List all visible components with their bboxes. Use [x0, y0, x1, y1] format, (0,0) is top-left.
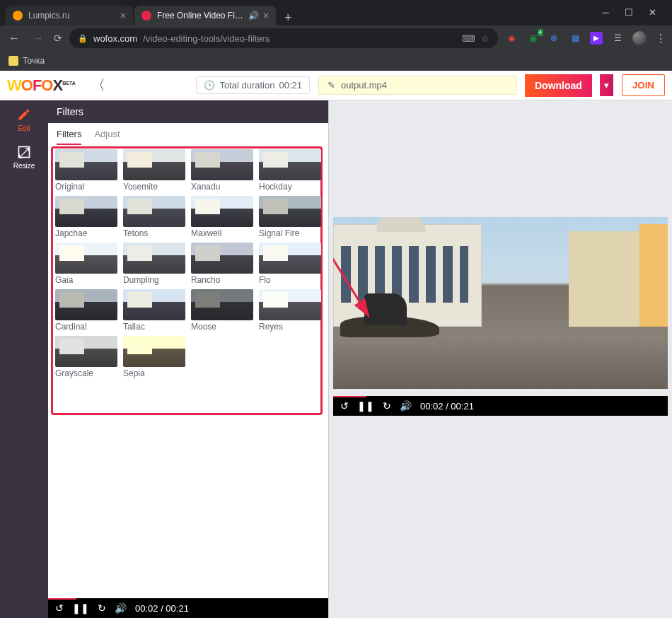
filter-hockday[interactable]: Hockday: [259, 149, 321, 192]
filter-gaia[interactable]: Gaia: [55, 243, 117, 285]
filter-thumbnail: [123, 243, 185, 274]
menu-icon[interactable]: ⋮: [655, 32, 666, 45]
tool-edit[interactable]: Edit: [17, 107, 31, 132]
filter-thumbnail: [55, 243, 117, 274]
filter-moose[interactable]: Moose: [191, 289, 253, 332]
forward-icon[interactable]: ↻: [383, 400, 391, 412]
bookmarks-bar: Точка: [0, 51, 672, 71]
download-button[interactable]: Download: [525, 74, 592, 97]
filter-thumbnail: [55, 289, 117, 320]
filter-label: Dumpling: [123, 275, 185, 285]
filter-rancho[interactable]: Rancho: [191, 243, 253, 285]
filter-grayscale[interactable]: Grayscale: [55, 336, 117, 378]
rewind-icon[interactable]: ↺: [55, 602, 64, 614]
url-input[interactable]: 🔒 wofox.com/video-editing-tools/video-fi…: [69, 28, 498, 48]
wofox-logo[interactable]: WOFOXBETA: [7, 76, 76, 95]
filter-label: Tetons: [123, 228, 185, 238]
translate-icon[interactable]: ⌨: [462, 33, 475, 44]
filter-thumbnail: [123, 336, 185, 367]
volume-icon[interactable]: 🔊: [115, 602, 127, 614]
filter-thumbnail: [259, 196, 321, 227]
filter-thumbnail: [259, 149, 321, 180]
filter-maxwell[interactable]: Maxwell: [191, 196, 253, 238]
filter-cardinal[interactable]: Cardinal: [55, 289, 117, 332]
filename-input[interactable]: ✎ output.mp4: [318, 76, 516, 95]
browser-tab-lumpics[interactable]: Lumpics.ru ×: [6, 6, 133, 25]
progress-indicator: [333, 396, 366, 397]
badge: 4: [538, 29, 543, 36]
app-body: Edit Resize Filters Filters Adjust Origi…: [0, 100, 672, 618]
filter-signal-fire[interactable]: Signal Fire: [259, 196, 321, 238]
sound-icon[interactable]: 🔊: [248, 11, 259, 21]
filter-label: Gaia: [55, 275, 117, 285]
filter-label: Signal Fire: [259, 228, 321, 238]
nav-back-icon[interactable]: ←: [6, 32, 23, 45]
ext-icon-5[interactable]: ▶: [590, 32, 603, 45]
filter-label: Hockday: [259, 182, 321, 192]
filter-xanadu[interactable]: Xanadu: [191, 149, 253, 192]
filter-label: Japchae: [55, 228, 117, 238]
filter-sepia[interactable]: Sepia: [123, 336, 185, 378]
profile-avatar[interactable]: [632, 31, 647, 45]
join-button[interactable]: JOIN: [622, 74, 665, 96]
pause-icon[interactable]: ❚❚: [72, 602, 89, 614]
video-preview[interactable]: [333, 217, 668, 389]
filter-original[interactable]: Original: [55, 149, 117, 192]
reading-list-icon[interactable]: ☰: [611, 32, 624, 45]
filter-label: Grayscale: [55, 368, 117, 378]
edit-icon: [17, 107, 31, 122]
edit-icon: ✎: [328, 80, 335, 91]
filter-label: Xanadu: [191, 182, 253, 192]
rewind-icon[interactable]: ↺: [340, 400, 349, 412]
tab-title: Free Online Video Filters | W: [157, 11, 244, 21]
panel-tabs: Filters Adjust: [48, 123, 328, 145]
filter-flo[interactable]: Flo: [259, 243, 321, 285]
download-dropdown[interactable]: ▾: [600, 74, 613, 96]
lock-icon: 🔒: [78, 34, 88, 43]
tool-resize[interactable]: Resize: [13, 145, 35, 170]
filter-thumbnail: [55, 196, 117, 227]
close-icon[interactable]: ×: [263, 10, 269, 21]
filter-label: Flo: [259, 275, 321, 285]
filter-thumbnail: [123, 289, 185, 320]
filter-reyes[interactable]: Reyes: [259, 289, 321, 332]
tab-adjust[interactable]: Adjust: [94, 129, 120, 145]
minimize-icon[interactable]: ─: [603, 7, 609, 18]
filters-grid: OriginalYosemiteXanaduHockdayJapchaeTeto…: [55, 149, 321, 378]
playback-time: 00:02 / 00:21: [135, 603, 189, 614]
ext-icon-3[interactable]: ⊕: [548, 32, 560, 45]
filter-label: Moose: [191, 322, 253, 332]
duration-display: 🕒 Total duration 00:21: [196, 76, 310, 94]
app-header: WOFOXBETA 〈 🕒 Total duration 00:21 ✎ out…: [0, 71, 672, 100]
pause-icon[interactable]: ❚❚: [357, 400, 374, 412]
volume-icon[interactable]: 🔊: [400, 400, 412, 412]
back-button[interactable]: 〈: [84, 76, 112, 95]
filter-tetons[interactable]: Tetons: [123, 196, 185, 238]
filter-label: Tallac: [123, 322, 185, 332]
ext-icon-4[interactable]: ▦: [569, 32, 581, 45]
filter-dumpling[interactable]: Dumpling: [123, 243, 185, 285]
nav-forward-icon[interactable]: →: [30, 32, 47, 45]
close-window-icon[interactable]: ✕: [649, 7, 656, 18]
filter-thumbnail: [191, 196, 253, 227]
panel-title: Filters: [48, 100, 328, 123]
filter-japchae[interactable]: Japchae: [55, 196, 117, 238]
ext-icon-adblock[interactable]: ▣ 4: [526, 32, 539, 45]
tab-title: Lumpics.ru: [28, 11, 116, 21]
tab-filters[interactable]: Filters: [57, 129, 81, 145]
reload-icon[interactable]: ⟳: [54, 33, 62, 44]
filter-tallac[interactable]: Tallac: [123, 289, 185, 332]
maximize-icon[interactable]: ☐: [625, 7, 633, 18]
playback-time: 00:02 / 00:21: [420, 401, 474, 412]
video-frame: [333, 217, 668, 389]
new-tab-button[interactable]: +: [277, 11, 299, 25]
url-host: wofox.com: [93, 33, 137, 44]
forward-icon[interactable]: ↻: [98, 602, 106, 614]
filter-thumbnail: [259, 289, 321, 320]
bookmark-item[interactable]: Точка: [23, 56, 45, 66]
browser-tab-wofox[interactable]: Free Online Video Filters | W 🔊 ×: [134, 6, 276, 25]
ext-icon-1[interactable]: ◉: [505, 32, 518, 45]
star-icon[interactable]: ☆: [481, 33, 489, 44]
filter-yosemite[interactable]: Yosemite: [123, 149, 185, 192]
close-icon[interactable]: ×: [120, 10, 126, 21]
